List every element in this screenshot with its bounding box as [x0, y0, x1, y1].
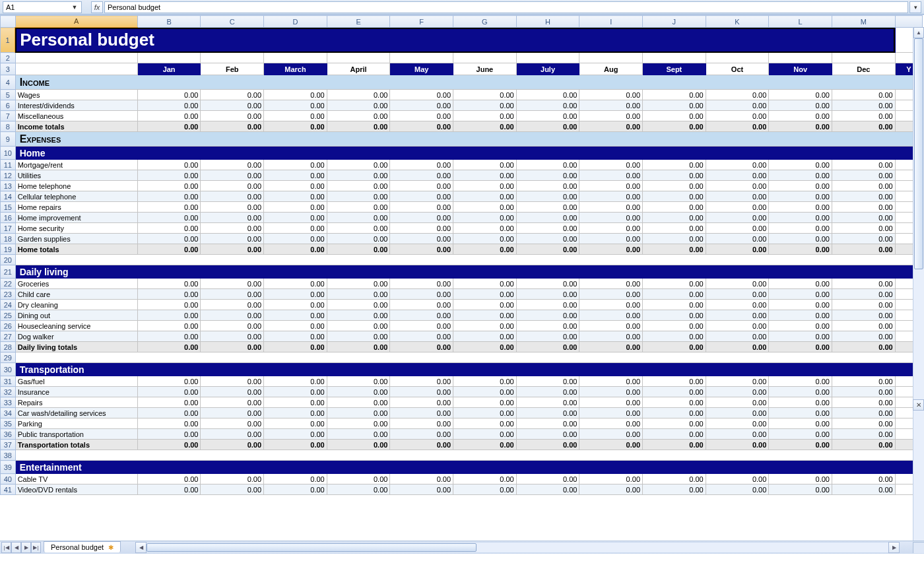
data-cell[interactable]: 0.00 [137, 418, 201, 429]
data-cell[interactable]: 0.00 [579, 474, 643, 484]
data-cell[interactable]: 0.00 [453, 181, 517, 191]
data-cell[interactable]: 0.00 [137, 111, 201, 121]
data-cell[interactable]: 0.00 [201, 387, 264, 397]
data-cell[interactable]: 0.00 [579, 331, 643, 342]
data-cell[interactable]: 0.00 [769, 121, 832, 132]
home-total-label[interactable]: Home totals [15, 244, 137, 255]
data-cell[interactable]: 0.00 [137, 202, 201, 213]
data-cell[interactable]: 0.00 [264, 331, 327, 342]
col-header-B[interactable]: B [137, 16, 201, 28]
data-cell[interactable]: 0.00 [327, 223, 390, 234]
data-cell[interactable]: 0.00 [832, 387, 896, 397]
row-label[interactable]: Housecleaning service [15, 321, 137, 331]
data-cell[interactable]: 0.00 [390, 300, 453, 310]
data-cell[interactable]: 0.00 [579, 202, 643, 213]
category-header-daily[interactable]: Daily living [15, 265, 922, 279]
data-cell[interactable]: 0.00 [643, 160, 706, 170]
data-cell[interactable]: 0.00 [390, 474, 453, 484]
data-cell[interactable]: 0.00 [769, 376, 832, 387]
data-cell[interactable]: 0.00 [201, 484, 264, 495]
data-cell[interactable]: 0.00 [264, 310, 327, 321]
data-cell[interactable]: 0.00 [327, 484, 390, 495]
data-cell[interactable]: 0.00 [769, 90, 832, 100]
row-header-1[interactable]: 1 [1, 28, 16, 53]
row-header-18[interactable]: 18 [1, 234, 16, 244]
data-cell[interactable]: 0.00 [706, 111, 769, 121]
data-cell[interactable]: 0.00 [137, 170, 201, 181]
data-cell[interactable]: 0.00 [453, 223, 517, 234]
row-header-33[interactable]: 33 [1, 397, 16, 408]
data-cell[interactable]: 0.00 [643, 170, 706, 181]
row-label[interactable]: Public transportation [15, 429, 137, 440]
data-cell[interactable]: 0.00 [390, 191, 453, 202]
data-cell[interactable]: 0.00 [390, 234, 453, 244]
row-header-21[interactable]: 21 [1, 265, 16, 279]
data-cell[interactable]: 0.00 [137, 342, 201, 352]
data-cell[interactable]: 0.00 [832, 440, 896, 450]
row-label[interactable]: Utilities [15, 170, 137, 181]
row-label[interactable]: Dining out [15, 310, 137, 321]
row-header-7[interactable]: 7 [1, 111, 16, 121]
data-cell[interactable]: 0.00 [264, 376, 327, 387]
data-cell[interactable]: 0.00 [769, 474, 832, 484]
row-header-2[interactable]: 2 [1, 53, 16, 63]
data-cell[interactable]: 0.00 [832, 191, 896, 202]
data-cell[interactable]: 0.00 [137, 376, 201, 387]
data-cell[interactable]: 0.00 [516, 244, 579, 255]
col-header-F[interactable]: F [390, 16, 453, 28]
data-cell[interactable]: 0.00 [327, 397, 390, 408]
data-cell[interactable]: 0.00 [579, 429, 643, 440]
data-cell[interactable]: 0.00 [769, 111, 832, 121]
data-cell[interactable]: 0.00 [327, 181, 390, 191]
data-cell[interactable]: 0.00 [579, 342, 643, 352]
data-cell[interactable]: 0.00 [264, 484, 327, 495]
row-label[interactable]: Car wash/detailing services [15, 408, 137, 418]
data-cell[interactable]: 0.00 [453, 234, 517, 244]
select-all-corner[interactable] [1, 16, 16, 28]
data-cell[interactable]: 0.00 [264, 300, 327, 310]
data-cell[interactable]: 0.00 [137, 474, 201, 484]
data-cell[interactable]: 0.00 [643, 376, 706, 387]
data-cell[interactable]: 0.00 [137, 181, 201, 191]
data-cell[interactable]: 0.00 [516, 160, 579, 170]
data-cell[interactable]: 0.00 [453, 429, 517, 440]
data-cell[interactable]: 0.00 [327, 418, 390, 429]
row-label[interactable]: Dry cleaning [15, 300, 137, 310]
month-header-Dec[interactable]: Dec [832, 63, 896, 75]
row-label[interactable]: Cellular telephone [15, 191, 137, 202]
data-cell[interactable]: 0.00 [201, 111, 264, 121]
data-cell[interactable]: 0.00 [516, 223, 579, 234]
data-cell[interactable]: 0.00 [453, 279, 517, 289]
data-cell[interactable]: 0.00 [516, 289, 579, 300]
data-cell[interactable]: 0.00 [832, 111, 896, 121]
data-cell[interactable]: 0.00 [453, 321, 517, 331]
data-cell[interactable]: 0.00 [516, 111, 579, 121]
data-cell[interactable]: 0.00 [643, 202, 706, 213]
data-cell[interactable]: 0.00 [643, 289, 706, 300]
data-cell[interactable]: 0.00 [579, 160, 643, 170]
data-cell[interactable]: 0.00 [643, 408, 706, 418]
data-cell[interactable]: 0.00 [390, 279, 453, 289]
row-header-14[interactable]: 14 [1, 191, 16, 202]
data-cell[interactable]: 0.00 [201, 474, 264, 484]
data-cell[interactable]: 0.00 [327, 300, 390, 310]
data-cell[interactable]: 0.00 [769, 342, 832, 352]
data-cell[interactable]: 0.00 [643, 121, 706, 132]
data-cell[interactable]: 0.00 [390, 90, 453, 100]
data-cell[interactable]: 0.00 [769, 213, 832, 223]
data-cell[interactable]: 0.00 [769, 484, 832, 495]
row-label[interactable]: Miscellaneous [15, 111, 137, 121]
data-cell[interactable]: 0.00 [516, 90, 579, 100]
data-cell[interactable]: 0.00 [579, 191, 643, 202]
close-pane-button[interactable]: ✕ [913, 399, 924, 411]
col-header-L[interactable]: L [769, 16, 832, 28]
data-cell[interactable]: 0.00 [264, 418, 327, 429]
data-cell[interactable]: 0.00 [327, 90, 390, 100]
data-cell[interactable]: 0.00 [516, 310, 579, 321]
data-cell[interactable]: 0.00 [643, 342, 706, 352]
data-cell[interactable]: 0.00 [137, 429, 201, 440]
data-cell[interactable]: 0.00 [643, 191, 706, 202]
data-cell[interactable]: 0.00 [579, 321, 643, 331]
data-cell[interactable]: 0.00 [327, 202, 390, 213]
data-cell[interactable]: 0.00 [327, 310, 390, 321]
